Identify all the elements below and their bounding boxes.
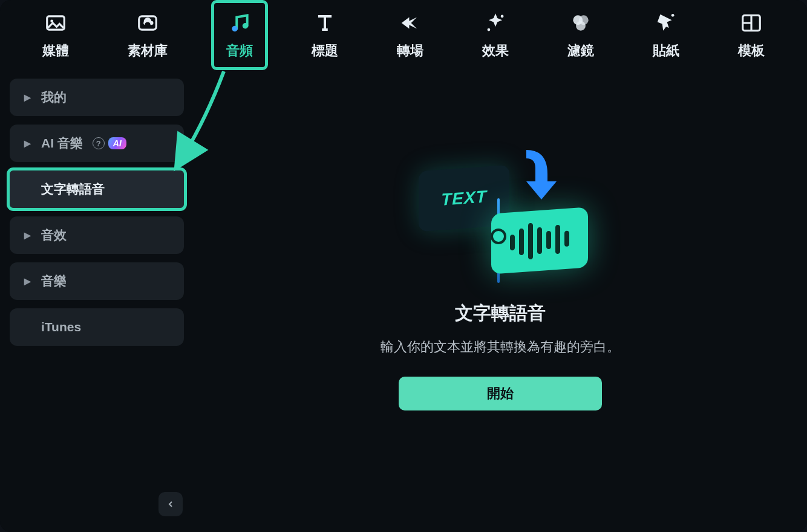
sidebar-item-sfx[interactable]: ▶ 音效 — [10, 216, 184, 254]
sidebar-item-label: 音樂 — [41, 273, 67, 290]
sidebar-item-itunes[interactable]: ▶ iTunes — [10, 308, 184, 346]
collapse-sidebar-button[interactable] — [158, 492, 183, 516]
svg-point-5 — [501, 15, 504, 18]
chevron-right-icon: ▶ — [23, 276, 31, 286]
sidebar-item-label: AI 音樂 — [41, 135, 83, 152]
tab-sticker[interactable]: 貼紙 — [641, 3, 691, 67]
sidebar-item-music[interactable]: ▶ 音樂 — [10, 262, 184, 300]
music-note-icon — [227, 10, 252, 36]
content-panel: TEXT 文字轉語音 — [194, 70, 807, 532]
sidebar-item-tts[interactable]: ▶ 文字轉語音 — [10, 170, 184, 208]
tab-template[interactable]: 模板 — [726, 3, 777, 67]
chevron-left-icon — [166, 499, 175, 509]
start-button[interactable]: 開始 — [399, 377, 602, 410]
tab-label: 標題 — [312, 42, 338, 60]
tab-label: 素材庫 — [128, 42, 168, 60]
tab-label: 媒體 — [42, 42, 69, 60]
chevron-right-icon: ▶ — [23, 138, 31, 148]
sidebar: ▶ 我的 ▶ AI 音樂 ? AI ▶ 文字轉語音 ▶ 音效 ▶ — [0, 70, 194, 532]
svg-point-9 — [576, 21, 586, 31]
tab-label: 效果 — [482, 42, 509, 60]
text-icon — [312, 10, 338, 36]
sidebar-item-mine[interactable]: ▶ 我的 — [10, 79, 184, 116]
sidebar-item-label: 音效 — [41, 227, 67, 244]
svg-point-4 — [243, 23, 249, 29]
tab-label: 模板 — [738, 42, 765, 60]
tab-effect[interactable]: 效果 — [470, 3, 521, 67]
sidebar-item-ai-music[interactable]: ▶ AI 音樂 ? AI — [10, 125, 184, 162]
sticker-icon — [653, 10, 679, 36]
sidebar-item-label: iTunes — [41, 320, 81, 334]
chevron-right-icon: ▶ — [23, 92, 31, 102]
tab-label: 貼紙 — [653, 42, 679, 60]
tab-label: 濾鏡 — [567, 42, 594, 60]
tab-audio[interactable]: 音頻 — [214, 3, 265, 67]
svg-point-10 — [671, 14, 675, 17]
hero-subtitle: 輸入你的文本並將其轉換為有趣的旁白。 — [381, 338, 620, 356]
tab-library[interactable]: 素材庫 — [116, 3, 180, 67]
tab-transition[interactable]: 轉場 — [385, 3, 436, 67]
tab-media[interactable]: 媒體 — [30, 3, 81, 67]
top-tab-bar: 媒體 素材庫 音頻 — [0, 0, 807, 70]
tts-illustration: TEXT — [413, 144, 588, 289]
svg-point-6 — [488, 28, 491, 31]
tab-label: 轉場 — [397, 42, 423, 60]
tab-title[interactable]: 標題 — [299, 3, 350, 67]
sparkle-icon — [483, 10, 508, 36]
template-icon — [739, 10, 764, 36]
svg-point-3 — [232, 26, 238, 32]
transition-icon — [397, 10, 423, 36]
ai-badge: AI — [108, 137, 126, 149]
cloud-icon — [135, 10, 160, 36]
chevron-right-icon: ▶ — [23, 230, 31, 240]
media-icon — [43, 10, 68, 36]
filter-icon — [568, 10, 593, 36]
sidebar-item-label: 文字轉語音 — [41, 181, 105, 198]
svg-rect-0 — [47, 16, 65, 30]
tab-label: 音頻 — [226, 42, 253, 60]
arrow-down-icon — [514, 144, 557, 204]
hero-title: 文字轉語音 — [455, 301, 546, 326]
tab-filter[interactable]: 濾鏡 — [555, 3, 606, 67]
help-icon[interactable]: ? — [93, 137, 105, 149]
sidebar-item-label: 我的 — [41, 89, 67, 106]
